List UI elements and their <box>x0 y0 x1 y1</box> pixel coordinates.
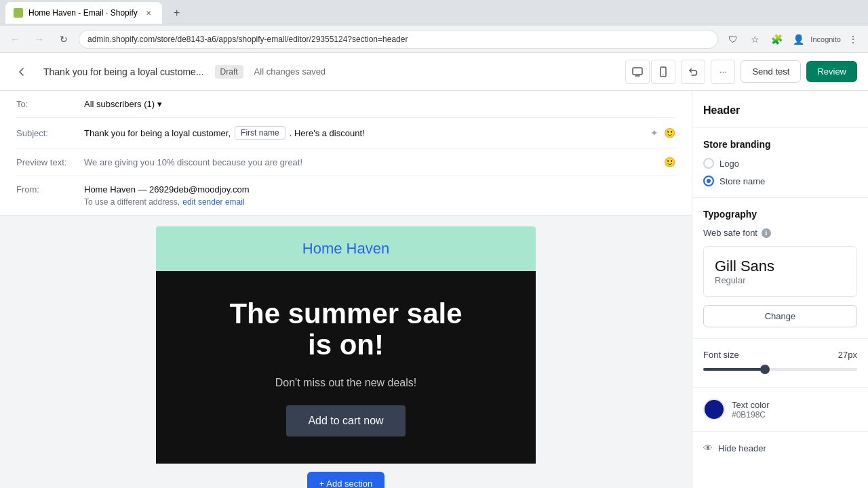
logo-radio[interactable]: Logo <box>703 158 857 169</box>
preview-label: Preview text: <box>16 157 84 167</box>
edit-sender-link[interactable]: edit sender email <box>182 197 244 207</box>
email-header-section[interactable]: Home Haven <box>156 226 536 271</box>
mobile-view-icon[interactable] <box>651 60 675 84</box>
send-test-button[interactable]: Send test <box>741 60 801 83</box>
extension-icon[interactable]: 🧩 <box>767 30 786 49</box>
personalize-icon[interactable]: ✦ <box>650 127 658 138</box>
subject-prefix: Thank you for being a loyal customer, <box>84 128 231 138</box>
email-canvas: Home Haven The summer sale is on! Don't … <box>0 216 692 488</box>
store-name-label: Store name <box>719 176 765 186</box>
preview-emoji-icon[interactable]: 🙂 <box>664 157 675 167</box>
address-bar[interactable]: admin.shopify.com/store/de8143-a6/apps/s… <box>79 30 718 49</box>
font-size-slider[interactable] <box>703 368 857 371</box>
shield-icon: 🛡 <box>724 30 743 49</box>
font-preview: Gill Sans Regular <box>703 246 857 297</box>
eye-icon: 👁 <box>703 443 713 453</box>
to-row: To: All subscribers (1) ▾ <box>16 91 675 118</box>
subject-label: Subject: <box>16 128 84 138</box>
chevron-down-icon: ▾ <box>157 99 162 109</box>
hide-header-row[interactable]: 👁 Hide header <box>692 432 868 464</box>
forward-nav-button[interactable]: → <box>30 30 49 49</box>
add-section-button[interactable]: + Add section <box>307 472 384 488</box>
hide-header-label: Hide header <box>718 443 766 453</box>
preview-value: We are giving you 10% discount because y… <box>84 157 302 167</box>
store-branding-section: Store branding Logo Store name <box>692 128 868 198</box>
bookmark-icon[interactable]: ☆ <box>745 30 764 49</box>
incognito-label: Incognito <box>810 35 841 43</box>
font-size-section: Font size 27px <box>692 339 868 388</box>
desktop-view-icon[interactable] <box>625 60 650 84</box>
font-name: Gill Sans <box>715 258 846 275</box>
back-button[interactable] <box>11 61 33 83</box>
from-label: From: <box>16 184 84 195</box>
from-extra-text: To use a different address, <box>84 197 180 207</box>
to-value: All subscribers (1) <box>84 99 155 109</box>
email-body-section[interactable]: The summer sale is on! Don't miss out th… <box>156 271 536 464</box>
info-icon[interactable]: ℹ <box>762 228 771 238</box>
subject-suffix: . Here's a discount! <box>290 128 365 138</box>
tab-close-icon[interactable]: ✕ <box>143 7 154 18</box>
color-swatch[interactable] <box>703 399 725 420</box>
font-size-value: 27px <box>838 350 857 360</box>
undo-button[interactable] <box>681 60 705 84</box>
new-tab-button[interactable]: + <box>167 3 186 22</box>
emoji-icon[interactable]: 🙂 <box>664 127 675 138</box>
text-color-section: Text color #0B198C <box>692 388 868 432</box>
svg-rect-0 <box>633 68 642 75</box>
profile-icon[interactable]: 👤 <box>789 30 808 49</box>
draft-badge: Draft <box>215 65 243 79</box>
tab-title: Home Haven - Email · Shopify <box>28 8 138 18</box>
browser-tab[interactable]: Home Haven - Email · Shopify ✕ <box>5 2 162 24</box>
logo-radio-circle <box>703 158 714 169</box>
url-text: admin.shopify.com/store/de8143-a6/apps/s… <box>87 35 408 44</box>
change-font-button[interactable]: Change <box>703 305 857 327</box>
reload-button[interactable]: ↻ <box>54 30 73 49</box>
from-value: Home Haven — 26929deb@moodjoy.com <box>84 184 249 195</box>
email-brand-name: Home Haven <box>170 240 522 258</box>
font-style: Regular <box>715 275 846 285</box>
from-row: From: Home Haven — 26929deb@moodjoy.com … <box>16 176 675 215</box>
to-label: To: <box>16 99 84 109</box>
store-name-radio[interactable]: Store name <box>703 176 857 186</box>
font-size-label: Font size <box>703 350 833 360</box>
svg-point-2 <box>663 74 664 75</box>
web-safe-label: Web safe font <box>703 228 757 238</box>
typography-section: Typography Web safe font ℹ Gill Sans Reg… <box>692 198 868 339</box>
email-title: Thank you for being a loyal custome... <box>43 66 204 77</box>
subject-row: Subject: Thank you for being a loyal cus… <box>16 118 675 148</box>
logo-label: Logo <box>719 159 739 169</box>
email-cta-button[interactable]: Add to cart now <box>286 405 405 436</box>
back-nav-button[interactable]: ← <box>5 30 24 49</box>
first-name-chip[interactable]: First name <box>235 126 285 140</box>
typography-label: Typography <box>703 209 857 220</box>
saved-status: All changes saved <box>254 66 326 77</box>
store-name-radio-circle <box>703 176 714 186</box>
panel-title: Header <box>703 104 857 117</box>
tab-favicon <box>14 8 23 18</box>
review-button[interactable]: Review <box>806 61 857 82</box>
text-color-hex: #0B198C <box>732 410 770 420</box>
right-panel: Header Store branding Logo Store name <box>692 91 868 488</box>
menu-icon[interactable]: ⋮ <box>844 30 863 49</box>
store-branding-label: Store branding <box>703 139 857 150</box>
text-color-label: Text color <box>732 400 770 410</box>
more-options-button[interactable]: ··· <box>711 60 735 84</box>
preview-row: Preview text: We are giving you 10% disc… <box>16 148 675 176</box>
email-subtext: Don't miss out the new deals! <box>178 377 514 389</box>
email-headline: The summer sale is on! <box>178 298 514 361</box>
subscribers-selector[interactable]: All subscribers (1) ▾ <box>84 99 675 109</box>
